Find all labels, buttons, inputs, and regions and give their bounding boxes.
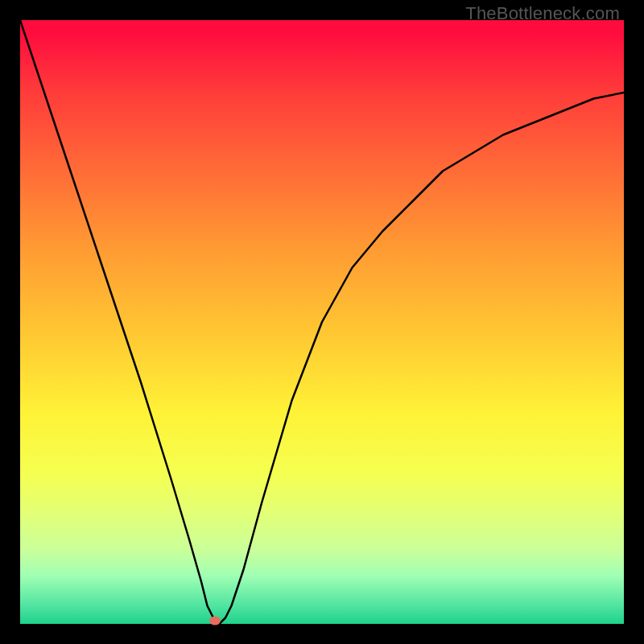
watermark-text: TheBottleneck.com bbox=[465, 3, 620, 24]
optimal-point-marker bbox=[209, 617, 221, 625]
chart-curve bbox=[20, 20, 624, 624]
